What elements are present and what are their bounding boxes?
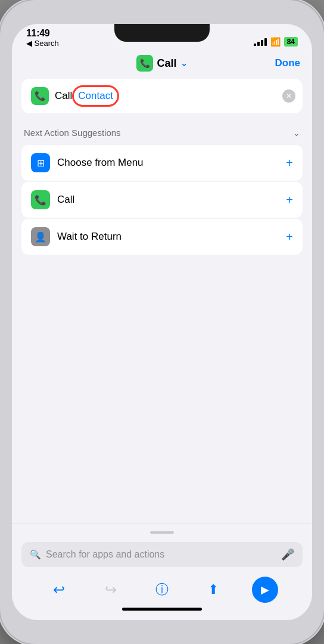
- play-button[interactable]: ▶: [252, 577, 278, 603]
- sheet-handle: [150, 531, 174, 534]
- redo-button[interactable]: ↪: [98, 577, 124, 603]
- play-icon: ▶: [261, 583, 269, 596]
- section-title: Next Action Suggestions: [24, 128, 121, 138]
- bottom-sheet: 🔍 Search for apps and actions 🎤 ↩ ↪ ⓘ ⬆: [12, 524, 312, 620]
- add-wait-to-return-button[interactable]: +: [286, 230, 293, 244]
- redo-icon: ↪: [105, 581, 117, 598]
- nav-bar: 📞 Call ⌄ Done: [12, 50, 312, 79]
- call-action-card[interactable]: 📞 Call Contact ✕: [21, 79, 303, 113]
- clear-contact-button[interactable]: ✕: [282, 89, 295, 103]
- signal-icon: [254, 38, 267, 46]
- nav-chevron-icon[interactable]: ⌄: [180, 58, 188, 68]
- done-button[interactable]: Done: [275, 57, 301, 69]
- toolbar: ↩ ↪ ⓘ ⬆ ▶: [21, 577, 303, 603]
- search-placeholder: Search for apps and actions: [46, 549, 276, 560]
- share-icon: ⬆: [208, 582, 219, 597]
- add-choose-from-menu-button[interactable]: +: [286, 156, 293, 170]
- call-card-icon: 📞: [31, 87, 49, 105]
- nav-title-text: Call: [157, 57, 176, 70]
- info-button[interactable]: ⓘ: [149, 577, 175, 603]
- add-call-button[interactable]: +: [286, 193, 293, 207]
- battery-indicator: 84: [284, 37, 298, 47]
- phone-screen: 11:49 ◀ Search 📶 84 📞 Call ⌄ Do: [12, 24, 312, 620]
- info-icon: ⓘ: [155, 581, 169, 599]
- content-area: 📞 Call Contact ✕ Next Action Suggestions…: [12, 79, 312, 524]
- status-time: 11:49 ◀ Search: [26, 28, 59, 48]
- home-indicator: [122, 608, 202, 611]
- back-link[interactable]: ◀ Search: [26, 39, 59, 48]
- search-bar[interactable]: 🔍 Search for apps and actions 🎤: [21, 542, 303, 567]
- section-header: Next Action Suggestions ⌄: [21, 125, 303, 145]
- nav-title: 📞 Call ⌄: [136, 55, 187, 72]
- undo-button[interactable]: ↩: [46, 577, 72, 603]
- status-icons: 📶 84: [254, 37, 298, 48]
- time-display: 11:49: [26, 28, 49, 39]
- contact-highlight-circle: [72, 85, 119, 107]
- search-icon: 🔍: [30, 549, 41, 560]
- call-suggestion-label: Call: [57, 194, 279, 206]
- wifi-icon: 📶: [270, 37, 281, 47]
- call-suggestion-icon: 📞: [31, 190, 50, 209]
- choose-from-menu-icon: ⊞: [31, 153, 50, 172]
- call-icon: 📞: [136, 55, 153, 72]
- choose-from-menu-label: Choose from Menu: [57, 157, 279, 169]
- call-card-label: Call: [55, 90, 72, 102]
- notch: [114, 24, 210, 42]
- suggestion-list: ⊞ Choose from Menu + 📞 Call + 👤 Wait to …: [21, 145, 303, 255]
- section-chevron-icon[interactable]: ⌄: [293, 128, 300, 138]
- wait-to-return-icon: 👤: [31, 227, 50, 246]
- suggestion-item-wait-to-return[interactable]: 👤 Wait to Return +: [21, 219, 303, 255]
- share-button[interactable]: ⬆: [200, 577, 226, 603]
- suggestion-item-choose-from-menu[interactable]: ⊞ Choose from Menu +: [21, 145, 303, 181]
- suggestion-item-call[interactable]: 📞 Call +: [21, 182, 303, 218]
- undo-icon: ↩: [53, 581, 65, 598]
- mic-icon[interactable]: 🎤: [281, 548, 294, 561]
- wait-to-return-label: Wait to Return: [57, 231, 279, 243]
- contact-token[interactable]: Contact: [78, 90, 113, 102]
- phone-frame: 11:49 ◀ Search 📶 84 📞 Call ⌄ Do: [0, 0, 324, 644]
